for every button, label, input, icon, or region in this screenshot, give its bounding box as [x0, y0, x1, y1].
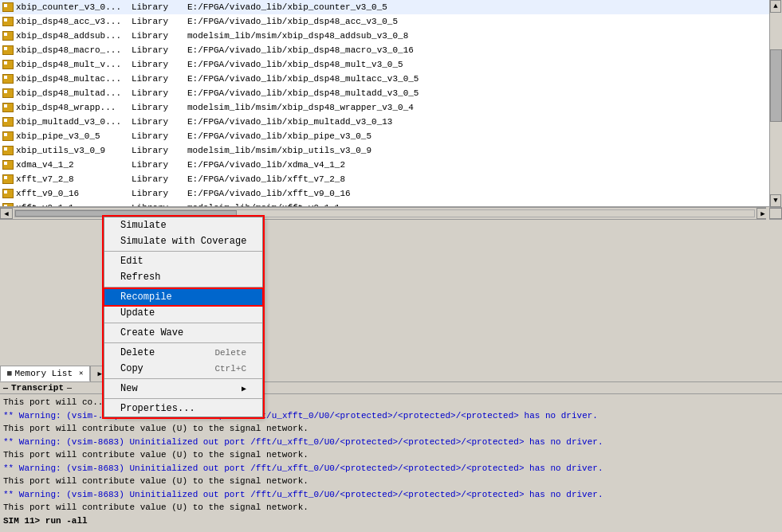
tab-memory-list-label: Memory List	[14, 369, 73, 378]
transcript-warning: ** Warning: (vsim-8683) Uninitialized ou…	[3, 488, 779, 502]
library-icon	[2, 145, 14, 156]
list-item[interactable]: xfft_v7_2_8 Library E:/FPGA/vivado_lib/x…	[0, 172, 782, 186]
ctx-update[interactable]: Update	[104, 305, 262, 321]
list-item[interactable]: xbip_dsp48_acc_v3... Library E:/FPGA/viv…	[0, 14, 782, 29]
list-item[interactable]: xbip_dsp48_macro_... Library E:/FPGA/viv…	[0, 43, 782, 57]
transcript-prompt: SIM 11> run -all	[3, 514, 779, 526]
list-item[interactable]: xfft_v9_0_16 Library E:/FPGA/vivado_lib/…	[0, 186, 782, 201]
library-icon	[2, 131, 14, 142]
list-item[interactable]: xbip_multadd_v3_0... Library E:/FPGA/viv…	[0, 115, 782, 129]
memory-list-icon: ▦	[7, 369, 11, 377]
library-icon	[2, 59, 14, 70]
ctx-properties[interactable]: Properties...	[104, 401, 262, 417]
ctx-separator-6	[104, 398, 262, 399]
library-icon	[2, 2, 14, 13]
library-icon	[2, 30, 14, 41]
vscroll-thumb[interactable]	[770, 49, 782, 122]
library-icon	[2, 88, 14, 99]
ctx-separator-3	[104, 323, 262, 323]
library-icon	[2, 174, 14, 185]
ctx-simulate[interactable]: Simulate	[104, 217, 262, 233]
scroll-thumb[interactable]	[15, 210, 237, 217]
resize-grip	[769, 208, 782, 219]
context-menu: Simulate Simulate with Coverage Edit Ref…	[104, 217, 263, 417]
transcript-line: This port will contribute value (U) to t…	[3, 422, 779, 436]
list-item[interactable]: xfft_v9_1_1 Library modelsim_lib/msim/xf…	[0, 201, 782, 207]
scroll-left-button[interactable]: ◀	[0, 208, 13, 219]
list-item[interactable]: xbip_dsp48_multac... Library E:/FPGA/viv…	[0, 72, 782, 86]
library-icon	[2, 16, 14, 27]
tab-close-icon[interactable]: ✕	[79, 369, 83, 377]
list-item[interactable]: xbip_pipe_v3_0_5 Library E:/FPGA/vivado_…	[0, 129, 782, 143]
library-icon	[2, 159, 14, 170]
ctx-delete[interactable]: Delete Delete	[104, 345, 262, 361]
list-item[interactable]: xbip_utils_v3_0_9 Library modelsim_lib/m…	[0, 143, 782, 158]
list-item[interactable]: xdma_v4_1_2 Library E:/FPGA/vivado_lib/x…	[0, 158, 782, 172]
library-icon	[2, 73, 14, 84]
ctx-separator-4	[104, 342, 262, 343]
library-icon	[2, 188, 14, 199]
transcript-title: Transcript	[11, 383, 64, 393]
transcript-warning: ** Warning: (vsim-8683) Uninitialized ou…	[3, 462, 779, 475]
transcript-line: This port will contribute value (U) to t…	[3, 475, 779, 488]
scroll-down-button[interactable]: ▼	[770, 194, 781, 207]
ctx-create-wave[interactable]: Create Wave	[104, 325, 262, 341]
library-list: xbip_counter_v3_0... Library E:/FPGA/viv…	[0, 0, 782, 207]
ctx-refresh[interactable]: Refresh	[104, 269, 262, 285]
list-item[interactable]: xbip_dsp48_addsub... Library modelsim_li…	[0, 29, 782, 43]
sim-icon: ▶	[97, 370, 101, 378]
ctx-new[interactable]: New	[104, 381, 262, 397]
ctx-edit[interactable]: Edit	[104, 253, 262, 269]
list-item[interactable]: xbip_dsp48_mult_v... Library E:/FPGA/viv…	[0, 57, 782, 72]
list-item[interactable]: xbip_dsp48_multad... Library E:/FPGA/viv…	[0, 86, 782, 100]
ctx-copy[interactable]: Copy Ctrl+C	[104, 361, 262, 377]
vscroll-track[interactable]	[770, 13, 782, 194]
ctx-separator-5	[104, 378, 262, 379]
scroll-up-button[interactable]: ▲	[770, 0, 781, 13]
ctx-recompile[interactable]: Recompile	[104, 289, 262, 305]
list-item[interactable]: xbip_counter_v3_0... Library E:/FPGA/viv…	[0, 0, 782, 14]
library-icon	[2, 45, 14, 56]
horizontal-resize[interactable]	[766, 207, 769, 220]
transcript-warning: ** Warning: (vsim-8683) Uninitialized ou…	[3, 436, 779, 449]
vertical-scrollbar[interactable]: ▲ ▼	[769, 0, 782, 207]
tab-memory-list[interactable]: ▦ Memory List ✕	[0, 366, 90, 381]
ctx-separator-2	[104, 287, 262, 288]
library-icon	[2, 102, 14, 113]
transcript-line: This port will contribute value (U) to t…	[3, 501, 779, 514]
ctx-separator-1	[104, 251, 262, 252]
list-item[interactable]: xbip_dsp48_wrapp... Library modelsim_lib…	[0, 100, 782, 115]
ctx-simulate-coverage[interactable]: Simulate with Coverage	[104, 233, 262, 249]
transcript-line: This port will contribute value (U) to t…	[3, 448, 779, 462]
library-icon	[2, 116, 14, 127]
